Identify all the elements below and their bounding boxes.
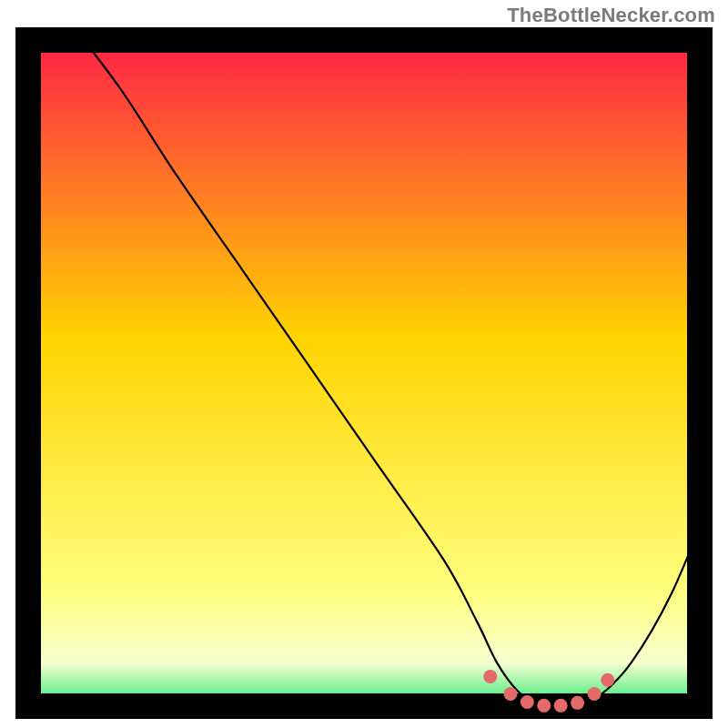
- optimal-dot: [521, 695, 534, 709]
- svg-rect-2: [15, 717, 713, 719]
- border-right: [687, 27, 713, 719]
- optimal-dot: [588, 687, 602, 701]
- attribution-label: TheBottleNecker.com: [507, 4, 715, 27]
- optimal-dot: [571, 696, 584, 710]
- chart-frame: TheBottleNecker.com: [0, 0, 728, 728]
- bottleneck-plot: [15, 27, 713, 719]
- optimal-dot: [483, 670, 497, 683]
- optimal-dot: [601, 673, 614, 687]
- optimal-dot: [537, 699, 551, 713]
- svg-rect-1: [15, 27, 713, 29]
- optimal-dot: [503, 687, 517, 701]
- gradient-background: [41, 28, 712, 718]
- border-left: [15, 27, 41, 719]
- optimal-dot: [554, 699, 568, 713]
